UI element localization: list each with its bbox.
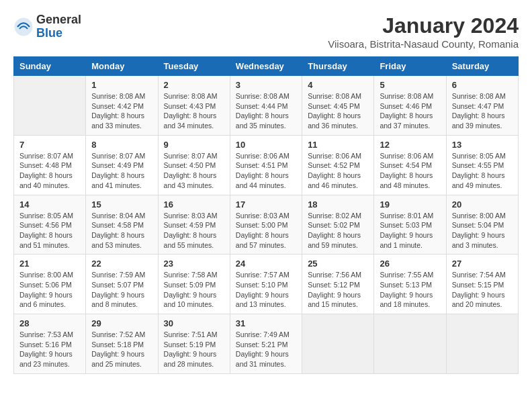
day-number: 28 xyxy=(19,318,80,328)
day-info: Sunrise: 7:53 AMSunset: 5:16 PMDaylight:… xyxy=(19,330,80,369)
title-section: January 2024 Viisoara, Bistrita-Nasaud C… xyxy=(328,13,519,50)
day-number: 19 xyxy=(380,199,440,210)
day-cell: 31Sunrise: 7:49 AMSunset: 5:21 PMDayligh… xyxy=(230,314,302,374)
day-number: 12 xyxy=(380,140,440,150)
day-info: Sunrise: 8:08 AMSunset: 4:44 PMDaylight:… xyxy=(236,91,296,131)
day-cell: 24Sunrise: 7:57 AMSunset: 5:10 PMDayligh… xyxy=(230,255,302,314)
day-cell: 12Sunrise: 8:06 AMSunset: 4:54 PMDayligh… xyxy=(374,135,446,195)
day-cell: 28Sunrise: 7:53 AMSunset: 5:16 PMDayligh… xyxy=(14,314,86,374)
day-cell: 20Sunrise: 8:00 AMSunset: 5:04 PMDayligh… xyxy=(446,195,518,255)
day-number: 1 xyxy=(91,80,152,90)
day-number: 24 xyxy=(236,259,296,269)
day-info: Sunrise: 8:06 AMSunset: 4:51 PMDaylight:… xyxy=(236,151,296,191)
day-info: Sunrise: 7:57 AMSunset: 5:10 PMDaylight:… xyxy=(236,270,296,310)
month-year-title: January 2024 xyxy=(328,13,519,38)
week-row-4: 21Sunrise: 8:00 AMSunset: 5:06 PMDayligh… xyxy=(14,255,519,314)
day-info: Sunrise: 7:52 AMSunset: 5:18 PMDaylight:… xyxy=(91,330,152,369)
day-info: Sunrise: 8:08 AMSunset: 4:42 PMDaylight:… xyxy=(91,91,152,131)
day-cell xyxy=(302,314,374,374)
day-cell: 19Sunrise: 8:01 AMSunset: 5:03 PMDayligh… xyxy=(374,195,446,255)
day-number: 7 xyxy=(19,140,80,150)
weekday-header-friday: Friday xyxy=(374,57,446,76)
day-info: Sunrise: 8:07 AMSunset: 4:48 PMDaylight:… xyxy=(19,151,80,191)
day-info: Sunrise: 8:00 AMSunset: 5:06 PMDaylight:… xyxy=(19,270,80,310)
day-number: 23 xyxy=(164,259,224,269)
day-info: Sunrise: 7:51 AMSunset: 5:19 PMDaylight:… xyxy=(164,330,224,369)
day-cell xyxy=(446,314,518,374)
day-number: 27 xyxy=(452,259,513,269)
weekday-header-row: SundayMondayTuesdayWednesdayThursdayFrid… xyxy=(14,57,519,76)
day-info: Sunrise: 8:05 AMSunset: 4:55 PMDaylight:… xyxy=(452,151,513,191)
day-number: 31 xyxy=(236,318,296,328)
day-info: Sunrise: 7:58 AMSunset: 5:09 PMDaylight:… xyxy=(164,270,224,310)
day-cell: 7Sunrise: 8:07 AMSunset: 4:48 PMDaylight… xyxy=(14,135,86,195)
day-cell: 4Sunrise: 8:08 AMSunset: 4:45 PMDaylight… xyxy=(302,76,374,136)
day-number: 9 xyxy=(164,140,224,150)
weekday-header-monday: Monday xyxy=(86,57,158,76)
weekday-header-thursday: Thursday xyxy=(302,57,374,76)
day-number: 13 xyxy=(452,140,513,150)
day-info: Sunrise: 8:08 AMSunset: 4:43 PMDaylight:… xyxy=(164,91,224,131)
day-info: Sunrise: 8:07 AMSunset: 4:49 PMDaylight:… xyxy=(91,151,152,191)
logo: General Blue xyxy=(13,13,81,40)
day-cell: 25Sunrise: 7:56 AMSunset: 5:12 PMDayligh… xyxy=(302,255,374,314)
day-info: Sunrise: 8:06 AMSunset: 4:54 PMDaylight:… xyxy=(380,151,440,191)
weekday-header-tuesday: Tuesday xyxy=(158,57,230,76)
day-cell: 15Sunrise: 8:04 AMSunset: 4:58 PMDayligh… xyxy=(86,195,158,255)
day-number: 30 xyxy=(164,318,224,328)
day-info: Sunrise: 8:00 AMSunset: 5:04 PMDaylight:… xyxy=(452,211,513,250)
day-info: Sunrise: 8:08 AMSunset: 4:45 PMDaylight:… xyxy=(308,91,368,131)
day-number: 26 xyxy=(380,259,440,269)
day-cell: 5Sunrise: 8:08 AMSunset: 4:46 PMDaylight… xyxy=(374,76,446,136)
logo-text: General Blue xyxy=(36,13,81,40)
day-number: 3 xyxy=(236,80,296,90)
day-number: 21 xyxy=(19,259,80,269)
day-cell: 17Sunrise: 8:03 AMSunset: 5:00 PMDayligh… xyxy=(230,195,302,255)
day-cell: 30Sunrise: 7:51 AMSunset: 5:19 PMDayligh… xyxy=(158,314,230,374)
day-cell: 21Sunrise: 8:00 AMSunset: 5:06 PMDayligh… xyxy=(14,255,86,314)
day-number: 14 xyxy=(19,199,80,210)
day-info: Sunrise: 8:03 AMSunset: 5:00 PMDaylight:… xyxy=(236,211,296,250)
day-info: Sunrise: 7:54 AMSunset: 5:15 PMDaylight:… xyxy=(452,270,513,310)
day-cell: 9Sunrise: 8:07 AMSunset: 4:50 PMDaylight… xyxy=(158,135,230,195)
day-info: Sunrise: 8:07 AMSunset: 4:50 PMDaylight:… xyxy=(164,151,224,191)
day-info: Sunrise: 7:59 AMSunset: 5:07 PMDaylight:… xyxy=(91,270,152,310)
day-number: 22 xyxy=(91,259,152,269)
day-cell: 6Sunrise: 8:08 AMSunset: 4:47 PMDaylight… xyxy=(446,76,518,136)
day-number: 29 xyxy=(91,318,152,328)
day-info: Sunrise: 7:49 AMSunset: 5:21 PMDaylight:… xyxy=(236,330,296,369)
day-cell: 8Sunrise: 8:07 AMSunset: 4:49 PMDaylight… xyxy=(86,135,158,195)
day-number: 11 xyxy=(308,140,368,150)
day-cell: 16Sunrise: 8:03 AMSunset: 4:59 PMDayligh… xyxy=(158,195,230,255)
day-info: Sunrise: 8:03 AMSunset: 4:59 PMDaylight:… xyxy=(164,211,224,250)
day-cell: 26Sunrise: 7:55 AMSunset: 5:13 PMDayligh… xyxy=(374,255,446,314)
week-row-3: 14Sunrise: 8:05 AMSunset: 4:56 PMDayligh… xyxy=(14,195,519,255)
day-info: Sunrise: 8:06 AMSunset: 4:52 PMDaylight:… xyxy=(308,151,368,191)
day-info: Sunrise: 8:04 AMSunset: 4:58 PMDaylight:… xyxy=(91,211,152,250)
day-number: 10 xyxy=(236,140,296,150)
day-info: Sunrise: 8:08 AMSunset: 4:46 PMDaylight:… xyxy=(380,91,440,131)
day-number: 8 xyxy=(91,140,152,150)
day-number: 15 xyxy=(91,199,152,210)
location-subtitle: Viisoara, Bistrita-Nasaud County, Romani… xyxy=(328,38,519,50)
calendar-table: SundayMondayTuesdayWednesdayThursdayFrid… xyxy=(13,56,519,374)
weekday-header-sunday: Sunday xyxy=(14,57,86,76)
day-cell: 22Sunrise: 7:59 AMSunset: 5:07 PMDayligh… xyxy=(86,255,158,314)
day-number: 5 xyxy=(380,80,440,90)
day-number: 4 xyxy=(308,80,368,90)
day-cell: 14Sunrise: 8:05 AMSunset: 4:56 PMDayligh… xyxy=(14,195,86,255)
week-row-1: 1Sunrise: 8:08 AMSunset: 4:42 PMDaylight… xyxy=(14,76,519,136)
logo-blue: Blue xyxy=(36,27,81,40)
day-info: Sunrise: 8:08 AMSunset: 4:47 PMDaylight:… xyxy=(452,91,513,131)
day-cell xyxy=(374,314,446,374)
day-info: Sunrise: 8:02 AMSunset: 5:02 PMDaylight:… xyxy=(308,211,368,250)
day-cell: 29Sunrise: 7:52 AMSunset: 5:18 PMDayligh… xyxy=(86,314,158,374)
weekday-header-wednesday: Wednesday xyxy=(230,57,302,76)
day-number: 2 xyxy=(164,80,224,90)
day-number: 25 xyxy=(308,259,368,269)
day-cell: 13Sunrise: 8:05 AMSunset: 4:55 PMDayligh… xyxy=(446,135,518,195)
day-cell xyxy=(14,76,86,136)
day-info: Sunrise: 7:56 AMSunset: 5:12 PMDaylight:… xyxy=(308,270,368,310)
page-header: General Blue January 2024 Viisoara, Bist… xyxy=(13,13,519,50)
day-number: 20 xyxy=(452,199,513,210)
